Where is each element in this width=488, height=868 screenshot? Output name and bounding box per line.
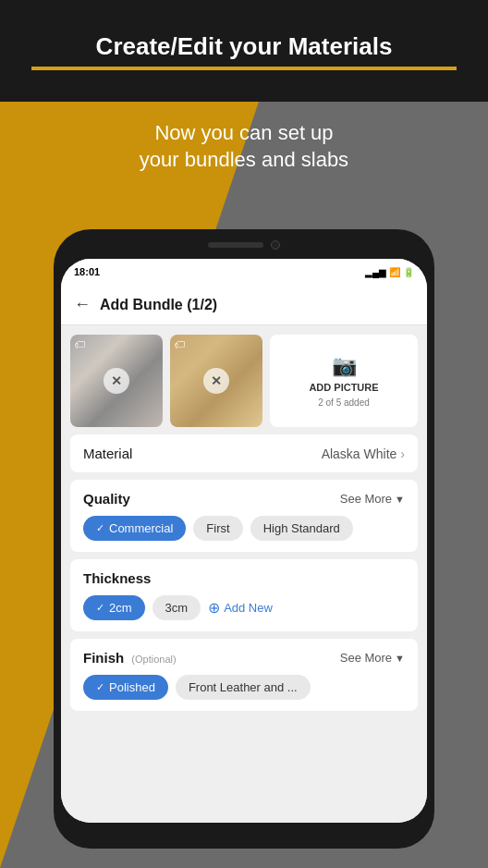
chip-front-leather-label: Front Leather and ... <box>189 680 298 694</box>
status-time: 18:01 <box>74 266 100 277</box>
thickness-header: Thickness <box>83 570 405 586</box>
finish-see-more-button[interactable]: See More ▼ <box>340 651 405 665</box>
photo-row: 🏷 ✕ 🏷 ✕ 📷 ADD PICTURE 2 of 5 added <box>70 335 418 427</box>
chip-polished[interactable]: ✓ Polished <box>83 675 168 700</box>
page-title: Create/Edit your Materials <box>96 32 393 61</box>
quality-see-more-button[interactable]: See More ▼ <box>340 492 405 506</box>
see-more-arrow-icon: ▼ <box>395 494 405 505</box>
photo-thumb-2[interactable]: 🏷 ✕ <box>170 335 262 427</box>
finish-header: Finish (Optional) See More ▼ <box>83 650 405 666</box>
chip-2cm-check-icon: ✓ <box>96 602 104 614</box>
material-chevron-icon: › <box>400 446 405 461</box>
camera-icon: 📷 <box>332 354 357 378</box>
chip-high-standard-label: High Standard <box>263 521 340 535</box>
add-new-icon: ⊕ <box>208 599 220 617</box>
back-button[interactable]: ← <box>74 295 91 314</box>
add-picture-count: 2 of 5 added <box>318 397 370 408</box>
material-value-text: Alaska White <box>322 446 397 461</box>
finish-see-more-arrow-icon: ▼ <box>395 653 405 664</box>
remove-photo-2-button[interactable]: ✕ <box>203 368 229 394</box>
finish-see-more-label: See More <box>340 651 392 665</box>
quality-chips: ✓ Commercial First High Standard <box>83 516 405 541</box>
chip-check-icon: ✓ <box>96 522 104 534</box>
chip-commercial-label: Commercial <box>109 521 173 535</box>
finish-chips: ✓ Polished Front Leather and ... <box>83 675 405 700</box>
add-new-thickness-button[interactable]: ⊕ Add New <box>208 595 273 620</box>
thickness-card: Thickness ✓ 2cm 3cm ⊕ Add New <box>70 559 418 631</box>
signal-icon: ▂▄▆ <box>365 267 386 277</box>
chip-first[interactable]: First <box>193 516 242 541</box>
thickness-title: Thickness <box>83 570 151 586</box>
phone-mockup: 18:01 ▂▄▆ 📶 🔋 ← Add Bundle (1/2) 🏷 ✕ <box>54 229 434 849</box>
material-label: Material <box>83 446 132 461</box>
chip-2cm[interactable]: ✓ 2cm <box>83 595 145 620</box>
add-new-label: Add New <box>224 601 273 615</box>
chip-3cm[interactable]: 3cm <box>152 595 201 620</box>
bookmark-icon-1: 🏷 <box>74 338 85 351</box>
see-more-label: See More <box>340 492 392 506</box>
battery-icon: 🔋 <box>403 267 414 277</box>
phone-screen: 18:01 ▂▄▆ 📶 🔋 ← Add Bundle (1/2) 🏷 ✕ <box>61 259 427 823</box>
bookmark-icon-2: 🏷 <box>174 338 185 351</box>
chip-front-leather[interactable]: Front Leather and ... <box>176 675 311 700</box>
thickness-chips: ✓ 2cm 3cm ⊕ Add New <box>83 595 405 620</box>
finish-optional-label: (Optional) <box>131 654 176 665</box>
chip-first-label: First <box>206 521 229 535</box>
wifi-icon: 📶 <box>389 267 400 277</box>
app-header: ← Add Bundle (1/2) <box>61 285 427 325</box>
quality-header: Quality See More ▼ <box>83 491 405 507</box>
photo-thumb-1[interactable]: 🏷 ✕ <box>70 335 163 427</box>
screen-content: 🏷 ✕ 🏷 ✕ 📷 ADD PICTURE 2 of 5 added Mater <box>61 325 427 823</box>
chip-high-standard[interactable]: High Standard <box>250 516 353 541</box>
chip-polished-check-icon: ✓ <box>96 681 104 693</box>
material-row: Material Alaska White › <box>83 446 405 461</box>
phone-speaker <box>208 242 263 248</box>
subtitle-text: Now you can set up your bundles and slab… <box>28 120 460 173</box>
header-underline <box>31 67 457 70</box>
status-bar: 18:01 ▂▄▆ 📶 🔋 <box>61 259 427 285</box>
finish-title: Finish (Optional) <box>83 650 177 666</box>
material-card: Material Alaska White › <box>70 434 418 472</box>
page-header: Create/Edit your Materials <box>0 0 488 102</box>
add-picture-label: ADD PICTURE <box>309 382 378 394</box>
remove-photo-1-button[interactable]: ✕ <box>104 368 129 394</box>
quality-title: Quality <box>83 491 130 507</box>
add-picture-box[interactable]: 📷 ADD PICTURE 2 of 5 added <box>270 335 418 427</box>
chip-commercial[interactable]: ✓ Commercial <box>83 516 186 541</box>
chip-3cm-label: 3cm <box>165 601 189 615</box>
app-header-title: Add Bundle (1/2) <box>100 297 217 313</box>
phone-camera <box>271 240 280 250</box>
finish-card: Finish (Optional) See More ▼ ✓ Polished … <box>70 639 418 711</box>
status-icons: ▂▄▆ 📶 🔋 <box>365 267 414 277</box>
chip-polished-label: Polished <box>109 680 155 694</box>
chip-2cm-label: 2cm <box>109 601 132 615</box>
material-value[interactable]: Alaska White › <box>322 446 405 461</box>
quality-card: Quality See More ▼ ✓ Commercial First <box>70 480 418 552</box>
subtitle-section: Now you can set up your bundles and slab… <box>0 111 488 182</box>
phone-notch <box>208 240 280 250</box>
